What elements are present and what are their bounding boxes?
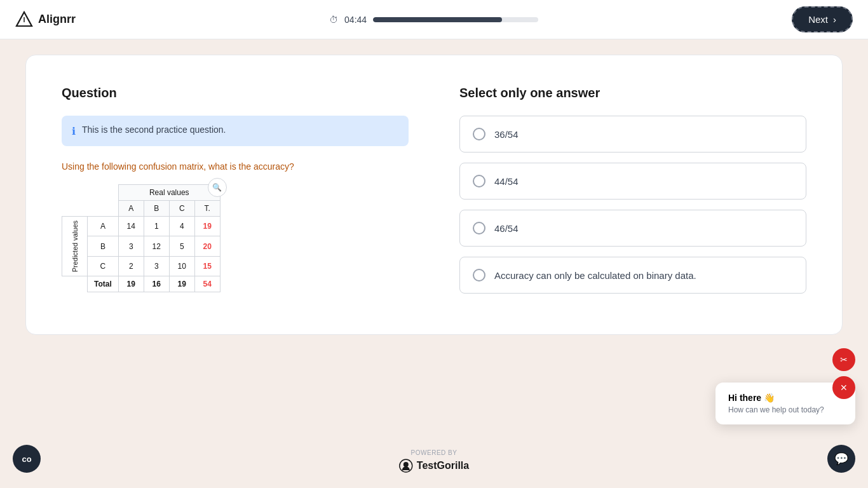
svg-point-3 — [403, 462, 409, 467]
question-panel-title: Question — [62, 86, 409, 100]
row-label-C: C — [88, 256, 119, 276]
radio-1[interactable] — [473, 128, 485, 140]
confusion-matrix-wrapper: Real values A B C T. Predicted values — [62, 184, 220, 292]
next-arrow-icon: › — [833, 14, 836, 25]
chat-bubble-icon: 💬 — [834, 452, 848, 466]
col-header-A: A — [118, 201, 144, 217]
testgorilla-brand-text: TestGorilla — [417, 460, 469, 471]
progress-bar-fill — [373, 17, 502, 22]
answer-label-4: Accuracy can only be calculated on binar… — [494, 270, 696, 281]
total-A: 19 — [118, 276, 144, 292]
total-B: 16 — [144, 276, 169, 292]
cell-C-C: 10 — [169, 256, 194, 276]
col-header-T: T. — [194, 201, 220, 217]
cell-C-T: 15 — [194, 256, 220, 276]
testgorilla-icon — [399, 459, 413, 473]
co-button[interactable]: co — [13, 445, 41, 473]
main-content: Question ℹ This is the second practice q… — [0, 39, 868, 350]
cell-A-T: 19 — [194, 217, 220, 236]
footer: POWERED BY TestGorilla — [399, 449, 469, 473]
info-text: This is the second practice question. — [82, 125, 226, 135]
confusion-matrix-table: Real values A B C T. Predicted values — [62, 184, 220, 292]
answer-option-4[interactable]: Accuracy can only be calculated on binar… — [459, 257, 806, 294]
cell-C-B: 3 — [144, 256, 169, 276]
cell-B-B: 12 — [144, 236, 169, 256]
chat-action-icons: ✂ ✕ — [832, 348, 855, 399]
table-row-total: Total 19 16 19 54 — [62, 276, 220, 292]
logo-text: Alignrr — [38, 13, 76, 26]
zoom-button[interactable]: 🔍 — [208, 178, 227, 197]
chat-x-icon-button[interactable]: ✕ — [832, 376, 855, 399]
radio-3[interactable] — [473, 222, 485, 234]
row-label-A: A — [88, 217, 119, 236]
cell-A-C: 4 — [169, 217, 194, 236]
question-card: Question ℹ This is the second practice q… — [25, 55, 843, 335]
testgorilla-logo: TestGorilla — [399, 459, 469, 473]
cell-C-A: 2 — [118, 256, 144, 276]
cell-B-T: 20 — [194, 236, 220, 256]
radio-2[interactable] — [473, 175, 485, 187]
chat-greeting: Hi there 👋 — [728, 393, 843, 403]
progress-bar-container — [373, 17, 538, 22]
co-label: co — [22, 454, 31, 464]
answer-option-1[interactable]: 36/54 — [459, 116, 806, 152]
answer-option-2[interactable]: 44/54 — [459, 163, 806, 200]
real-values-header: Real values — [118, 185, 220, 201]
timer-area: ⏱ 04:44 — [76, 15, 792, 25]
col-header-B: B — [144, 201, 169, 217]
timer-display: 04:44 — [344, 15, 367, 25]
answer-label-3: 46/54 — [494, 223, 519, 234]
header: Alignrr ⏱ 04:44 Next › — [0, 0, 868, 39]
scissors-icon-button[interactable]: ✂ — [832, 348, 855, 371]
predicted-values-label: Predicted values — [62, 217, 88, 276]
total-C: 19 — [169, 276, 194, 292]
answer-label-2: 44/54 — [494, 176, 519, 187]
next-label: Next — [808, 14, 828, 25]
table-row: Predicted values A 14 1 4 19 — [62, 217, 220, 236]
answer-option-3[interactable]: 46/54 — [459, 210, 806, 247]
cell-B-C: 5 — [169, 236, 194, 256]
radio-4[interactable] — [473, 269, 485, 281]
col-header-C: C — [169, 201, 194, 217]
row-label-B: B — [88, 236, 119, 256]
next-button[interactable]: Next › — [792, 6, 853, 32]
cell-A-B: 1 — [144, 217, 169, 236]
answer-label-1: 36/54 — [494, 129, 519, 140]
chat-bottom-button[interactable]: 💬 — [827, 445, 855, 473]
total-label: Total — [88, 276, 119, 292]
total-T: 54 — [194, 276, 220, 292]
left-panel: Question ℹ This is the second practice q… — [62, 86, 409, 304]
right-panel: Select only one answer 36/54 44/54 46/54… — [459, 86, 806, 304]
answer-panel-title: Select only one answer — [459, 86, 806, 100]
powered-by-text: POWERED BY — [399, 449, 469, 456]
question-text: Using the following confusion matrix, wh… — [62, 161, 409, 172]
info-box: ℹ This is the second practice question. — [62, 116, 409, 146]
clock-icon: ⏱ — [329, 15, 338, 25]
alignrr-logo-icon — [15, 11, 33, 29]
cell-B-A: 3 — [118, 236, 144, 256]
info-icon: ℹ — [72, 125, 76, 137]
cell-A-A: 14 — [118, 217, 144, 236]
logo-area: Alignrr — [15, 11, 76, 29]
chat-subtext: How can we help out today? — [728, 405, 843, 414]
